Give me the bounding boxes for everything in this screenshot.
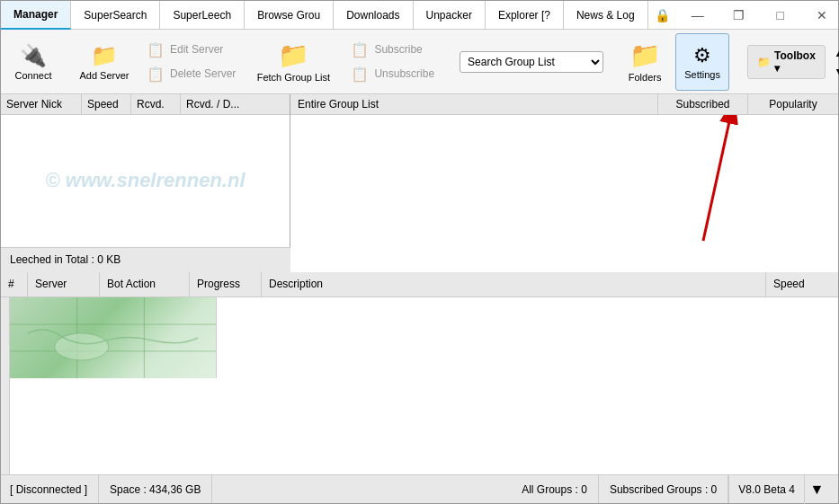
tab-downloads[interactable]: Downloads [334,1,413,30]
server-edit-group: 📋 Edit Server 📋 Delete Server [139,39,243,85]
subscribe-button[interactable]: 📋 Subscribe [344,39,442,61]
red-arrow [568,115,766,250]
leeched-bar: Leeched in Total : 0 KB [1,247,290,272]
group-panel: Entire Group List Subscribed Popularity [290,94,838,272]
toolbar-collapse-icons: ▲ ▼ [831,43,839,81]
settings-button[interactable]: ⚙ Settings [675,33,729,91]
app-window: Manager SuperSearch SuperLeech Browse Gr… [0,0,839,504]
col-dl-server[interactable]: Server [28,272,100,296]
main-content-row: Server Nick Speed Rcvd. Rcvd. / D... © w… [1,94,838,272]
server-panel: Server Nick Speed Rcvd. Rcvd. / D... © w… [1,94,290,272]
delete-server-label: Delete Server [170,67,236,80]
edit-server-icon: 📋 [147,41,165,58]
fetch-group-label: Fetch Group List [257,72,330,83]
add-server-icon: 📁 [91,43,118,68]
folders-icon: 📁 [629,40,661,70]
unsubscribe-button[interactable]: 📋 Unsubscribe [344,63,442,85]
tab-supersearch[interactable]: SuperSearch [71,1,160,30]
folders-button[interactable]: 📁 Folders [618,33,672,91]
server-panel-header: Server Nick Speed Rcvd. Rcvd. / D... [1,94,290,115]
subscribe-label: Subscribe [374,43,422,56]
subscribe-group: 📋 Subscribe 📋 Unsubscribe [344,39,442,85]
downloads-list-area [217,297,838,475]
status-expand-button[interactable]: ▼ [804,475,829,504]
tab-browsegrou[interactable]: Browse Grou [245,1,334,30]
window-controls: 🔒 — ❐ □ ✕ [648,1,839,30]
toolbar-collapse-up[interactable]: ▲ [831,43,839,61]
tab-newslog[interactable]: News & Log [564,1,648,30]
delete-server-icon: 📋 [147,66,165,83]
folders-label: Folders [629,72,662,83]
status-bar: [ Disconnected ] Space : 434,36 GB All G… [1,474,838,503]
subscribed-groups-status: Subscribed Groups : 0 [599,475,728,503]
fetch-group-list-button[interactable]: 📁 Fetch Group List [257,33,329,91]
col-dl-action[interactable]: Bot Action [100,272,190,296]
toolbox-group: 📁 Toolbox ▾ [747,45,826,79]
delete-server-button[interactable]: 📋 Delete Server [139,63,243,85]
col-rcvd2[interactable]: Rcvd. / D... [181,94,290,114]
leeched-total-label: Leeched in Total : 0 KB [10,253,120,266]
toolbox-label: Toolbox ▾ [774,49,816,75]
map-area [10,297,217,378]
col-dl-num[interactable]: # [1,272,28,296]
connect-icon: 🔌 [20,43,47,68]
edit-server-button[interactable]: 📋 Edit Server [139,39,243,61]
resize-handle[interactable] [1,297,10,475]
search-group-select[interactable]: Search Group List [460,51,603,73]
group-panel-body [290,115,838,272]
close-button[interactable]: ✕ [801,1,839,30]
title-bar: Manager SuperSearch SuperLeech Browse Gr… [1,1,838,30]
fetch-group-icon: 📁 [278,40,309,70]
version-label: V8.0 Beta 4 [728,475,804,503]
tab-manager[interactable]: Manager [1,1,71,30]
toolbox-icon: 📁 [757,56,771,68]
toolbar-collapse-down[interactable]: ▼ [831,63,839,81]
watermark: © www.snelrennen.nl [46,169,245,192]
add-server-label: Add Server [79,70,129,81]
connection-status: [ Disconnected ] [10,475,99,503]
minimize-button[interactable]: — [677,1,719,30]
col-popularity[interactable]: Popularity [748,94,838,114]
subscribe-icon: 📋 [351,41,369,58]
downloads-body [1,297,838,475]
search-group: Search Group List [460,51,603,73]
add-server-button[interactable]: 📁 Add Server [73,33,136,91]
col-speed[interactable]: Speed [82,94,131,114]
connect-button[interactable]: 🔌 Connect [8,33,58,91]
tab-unpacker[interactable]: Unpacker [414,1,486,30]
col-dl-speed[interactable]: Speed [766,272,838,296]
col-subscribed[interactable]: Subscribed [658,94,748,114]
settings-icon: ⚙ [693,44,711,67]
unsubscribe-icon: 📋 [351,66,369,83]
edit-server-label: Edit Server [170,43,223,56]
server-panel-body: © www.snelrennen.nl [1,115,290,247]
tab-superleech[interactable]: SuperLeech [160,1,245,30]
col-dl-desc[interactable]: Description [262,272,766,296]
toolbar: 🔌 Connect 📁 Add Server 📋 Edit Server 📋 D… [1,30,838,94]
col-entire-group[interactable]: Entire Group List [290,94,658,114]
col-dl-progress[interactable]: Progress [190,272,262,296]
tab-explorer[interactable]: Explorer [? [486,1,564,30]
group-panel-header: Entire Group List Subscribed Popularity [290,94,838,115]
space-status: Space : 434,36 GB [99,475,212,503]
all-groups-status: All Groups : 0 [511,475,599,503]
settings-label: Settings [684,69,720,80]
downloads-header: # Server Bot Action Progress Description… [1,272,838,297]
lock-icon[interactable]: 🔒 [648,1,677,30]
col-rcvd[interactable]: Rcvd. [131,94,181,114]
restore-button[interactable]: ❐ [719,1,760,30]
maximize-button[interactable]: □ [760,1,801,30]
unsubscribe-label: Unsubscribe [374,67,434,80]
connect-label: Connect [15,70,52,81]
map-lines-svg [10,297,216,378]
svg-line-1 [703,115,735,241]
col-server-nick[interactable]: Server Nick [1,94,82,114]
toolbox-button[interactable]: 📁 Toolbox ▾ [747,45,826,79]
